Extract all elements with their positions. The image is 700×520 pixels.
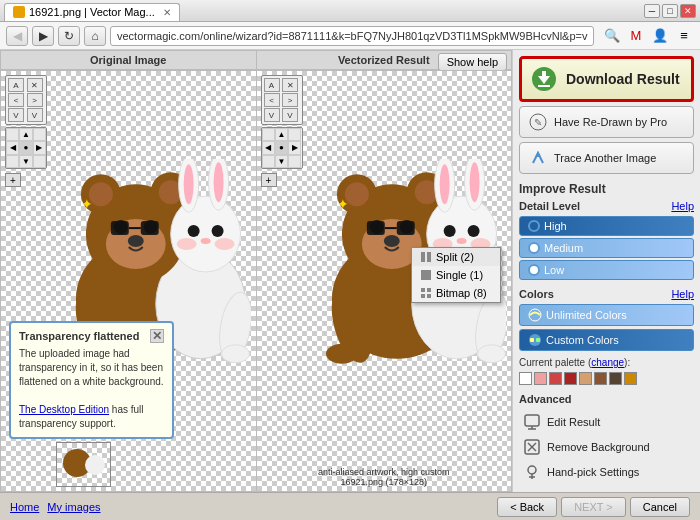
mail-icon[interactable]: M (626, 26, 646, 46)
tab-close[interactable]: ✕ (163, 7, 171, 18)
r-arrow-up[interactable]: ▲ (275, 128, 288, 141)
info-text: The uploaded image had transparency in i… (19, 348, 164, 387)
context-single[interactable]: Single (1) (412, 266, 500, 284)
palette-change-link[interactable]: change (591, 357, 624, 368)
tool-v3[interactable]: V (264, 108, 280, 122)
arrow-up[interactable]: ▲ (19, 128, 32, 141)
svg-rect-65 (421, 288, 425, 292)
download-result-button[interactable]: Download Result (519, 56, 694, 102)
arrow-bl[interactable] (6, 155, 19, 168)
swatch-red[interactable] (549, 372, 562, 385)
search-icon[interactable]: 🔍 (602, 26, 622, 46)
tool-v[interactable]: V (8, 108, 24, 122)
palette-svg (528, 333, 542, 347)
swatch-white[interactable] (519, 372, 532, 385)
swatch-darkred[interactable] (564, 372, 577, 385)
swatch-darkbrown[interactable] (609, 372, 622, 385)
show-help-button[interactable]: Show help (438, 53, 507, 71)
user-icon[interactable]: 👤 (650, 26, 670, 46)
context-bitmap[interactable]: Bitmap (8) (412, 284, 500, 302)
back-nav-button[interactable]: ◀ (6, 26, 28, 46)
remove-bg-label: Remove Background (547, 441, 650, 453)
tool-a[interactable]: A (8, 78, 24, 92)
custom-icon (528, 333, 542, 347)
handpick-svg (524, 464, 540, 480)
custom-colors-btn[interactable]: Custom Colors (519, 329, 694, 351)
swatch-orange[interactable] (624, 372, 637, 385)
home-nav-button[interactable]: ⌂ (84, 26, 106, 46)
home-link[interactable]: Home (10, 501, 39, 513)
tool-lt[interactable]: < (8, 93, 24, 107)
right-sidebar: Download Result ✎ Have Re-Drawn by Pro (512, 50, 700, 492)
address-bar[interactable]: vectormagic.com/online/wizard?id=8871111… (110, 26, 594, 46)
edit-result-button[interactable]: Edit Result (519, 411, 694, 433)
cancel-button[interactable]: Cancel (630, 497, 690, 517)
arrow-down[interactable]: ▼ (19, 155, 32, 168)
svg-rect-67 (421, 294, 425, 298)
handpick-settings-button[interactable]: Hand-pick Settings (519, 461, 694, 483)
arrow-right[interactable]: ▶ (33, 141, 46, 154)
remove-background-button[interactable]: Remove Background (519, 436, 694, 458)
next-button[interactable]: NEXT > (561, 497, 626, 517)
arrow-left[interactable]: ◀ (6, 141, 19, 154)
tool-gt[interactable]: > (27, 93, 43, 107)
zoom-in-btn[interactable]: + (5, 173, 21, 187)
tool-gt2[interactable]: > (282, 93, 298, 107)
r-arrow-tl[interactable] (262, 128, 275, 141)
handpick-label: Hand-pick Settings (547, 466, 639, 478)
tab-title: 16921.png | Vector Mag... (29, 6, 155, 18)
thumb-svg (57, 443, 110, 486)
minimize-button[interactable]: ─ (644, 4, 660, 18)
detail-low[interactable]: Low (519, 260, 694, 280)
arrow-tl[interactable] (6, 128, 19, 141)
tool-x2[interactable]: ✕ (282, 78, 298, 92)
maximize-button[interactable]: □ (662, 4, 678, 18)
r-arrow-left[interactable]: ◀ (262, 141, 275, 154)
forward-nav-button[interactable]: ▶ (32, 26, 54, 46)
r-arrow-br[interactable] (288, 155, 301, 168)
palette-label: Current palette (change): (519, 357, 630, 368)
detail-header: Detail Level Help (519, 200, 694, 212)
svg-rect-10 (111, 221, 129, 235)
r-arrow-down[interactable]: ▼ (275, 155, 288, 168)
svg-rect-80 (525, 415, 539, 426)
menu-icon[interactable]: ≡ (674, 26, 694, 46)
arrow-center[interactable]: ● (19, 141, 32, 154)
detail-high[interactable]: High (519, 216, 694, 236)
tool-x[interactable]: ✕ (27, 78, 43, 92)
r-arrow-right[interactable]: ▶ (288, 141, 301, 154)
arrow-tr[interactable] (33, 128, 46, 141)
nav-bar: ◀ ▶ ↻ ⌂ vectormagic.com/online/wizard?id… (0, 22, 700, 50)
context-split[interactable]: Split (2) (412, 248, 500, 266)
r-arrow-center[interactable]: ● (275, 141, 288, 154)
tool-a2[interactable]: A (264, 78, 280, 92)
split-icon (420, 251, 432, 263)
info-close-button[interactable]: ✕ (150, 329, 164, 343)
refresh-button[interactable]: ↻ (58, 26, 80, 46)
svg-point-21 (188, 225, 200, 237)
nav-arrows-right: ▲ ◀ ● ▶ ▼ (261, 127, 303, 169)
arrow-br[interactable] (33, 155, 46, 168)
back-button[interactable]: < Back (497, 497, 557, 517)
detail-medium[interactable]: Medium (519, 238, 694, 258)
detail-help-link[interactable]: Help (671, 200, 694, 212)
desktop-edition-link[interactable]: The Desktop Edition (19, 404, 109, 415)
swatch-pink[interactable] (534, 372, 547, 385)
r-arrow-bl[interactable] (262, 155, 275, 168)
tool-lt2[interactable]: < (264, 93, 280, 107)
swatch-tan[interactable] (579, 372, 592, 385)
trace-button[interactable]: Trace Another Image (519, 142, 694, 174)
browser-tab[interactable]: 16921.png | Vector Mag... ✕ (4, 3, 180, 21)
close-button[interactable]: ✕ (680, 4, 696, 18)
tool-v4[interactable]: V (282, 108, 298, 122)
zoom-in-right-btn[interactable]: + (261, 173, 277, 187)
svg-rect-66 (427, 288, 431, 292)
my-images-link[interactable]: My images (47, 501, 100, 513)
window-controls: ─ □ ✕ (644, 4, 696, 18)
unlimited-colors-btn[interactable]: Unlimited Colors (519, 304, 694, 326)
tool-v2[interactable]: V (27, 108, 43, 122)
r-arrow-tr[interactable] (288, 128, 301, 141)
colors-help-link[interactable]: Help (671, 288, 694, 300)
swatch-brown[interactable] (594, 372, 607, 385)
redraw-button[interactable]: ✎ Have Re-Drawn by Pro (519, 106, 694, 138)
